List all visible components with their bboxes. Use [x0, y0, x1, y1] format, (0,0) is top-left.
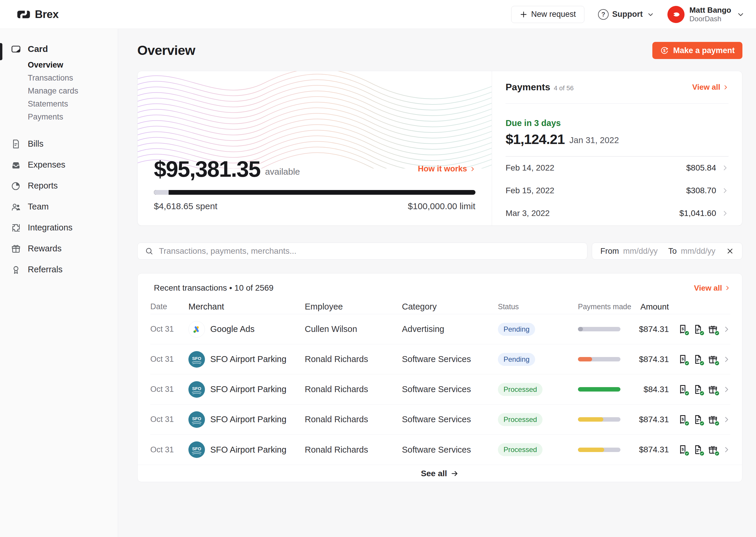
svg-text:SFO: SFO — [192, 416, 201, 421]
transactions-view-all-link[interactable]: View all — [694, 284, 730, 293]
sidebar-item-card[interactable]: Card — [0, 40, 118, 59]
payments-view-all-link[interactable]: View all — [692, 83, 729, 92]
tx-amount: $874.31 — [620, 415, 672, 424]
row-chevron-icon[interactable] — [723, 386, 730, 393]
user-menu[interactable]: Matt Bango DoorDash — [667, 6, 744, 23]
search-input[interactable] — [159, 246, 580, 256]
doordash-logo-icon — [671, 10, 681, 20]
see-all-link[interactable]: See all — [138, 465, 742, 482]
payment-row[interactable]: Feb 15, 2022 $308.70 — [506, 180, 729, 202]
tx-category: Software Services — [402, 415, 498, 424]
tx-date: Oct 31 — [150, 415, 188, 424]
table-row[interactable]: Oct 31 SFO SFO Airport Parking Ronald Ri… — [150, 434, 730, 465]
sfo-logo-icon: SFO — [188, 411, 205, 428]
table-row[interactable]: Oct 31 SFO SFO Airport Parking Ronald Ri… — [150, 344, 730, 374]
table-row[interactable]: Oct 31 SFO SFO Airport Parking Ronald Ri… — [150, 374, 730, 404]
status-badge: Processed — [498, 413, 543, 426]
payment-amount: $1,041.60 — [679, 209, 716, 218]
brex-logo[interactable]: Brex — [17, 8, 59, 21]
col-amount: Amount — [620, 302, 672, 311]
payment-amount: $308.70 — [686, 186, 716, 195]
status-badge: Pending — [498, 353, 535, 366]
row-chevron-icon[interactable] — [723, 355, 730, 363]
table-row[interactable]: Oct 31 Google Ads Cullen Wilson Adverti — [150, 314, 730, 344]
card-icon — [11, 44, 21, 54]
tx-date: Oct 31 — [150, 445, 188, 454]
to-label: To — [668, 247, 677, 256]
payment-row[interactable]: Mar 3, 2022 $1,041.60 — [506, 202, 729, 225]
sidebar-item-overview[interactable]: Overview — [0, 59, 118, 71]
tx-category: Software Services — [402, 385, 498, 394]
payment-date: Feb 14, 2022 — [506, 163, 554, 173]
tx-category: Software Services — [402, 445, 498, 455]
receipt-check-icon[interactable]: $ — [678, 414, 688, 425]
tx-date: Oct 31 — [150, 355, 188, 364]
sidebar-item-expenses[interactable]: Expenses — [0, 154, 118, 175]
tx-amount: $874.31 — [620, 325, 672, 334]
how-it-works-link[interactable]: How it works — [418, 164, 475, 174]
payments-made-bar — [578, 448, 620, 452]
rewards-check-icon[interactable] — [708, 384, 718, 395]
rewards-check-icon[interactable] — [708, 414, 718, 425]
svg-text:$: $ — [682, 356, 684, 361]
recent-transactions-card: Recent transactions • 10 of 2569 View al… — [137, 273, 742, 482]
memo-check-icon[interactable] — [692, 414, 703, 425]
sidebar-item-team[interactable]: Team — [0, 196, 118, 217]
tx-date: Oct 31 — [150, 385, 188, 394]
status-badge: Processed — [498, 383, 543, 396]
rewards-check-icon[interactable] — [708, 324, 718, 335]
table-row[interactable]: Oct 31 SFO SFO Airport Parking Ronald Ri… — [150, 404, 730, 434]
row-chevron-icon[interactable] — [723, 446, 730, 453]
active-section-indicator — [0, 43, 2, 60]
sidebar-item-payments[interactable]: Payments — [0, 110, 118, 123]
receipt-check-icon[interactable]: $ — [678, 324, 688, 335]
status-badge: Processed — [498, 443, 543, 456]
tx-merchant: Google Ads — [210, 324, 254, 334]
referrals-icon — [11, 265, 21, 275]
to-date-input[interactable]: mm/dd/yy — [681, 247, 716, 256]
sidebar-item-bills[interactable]: Bills — [0, 133, 118, 154]
make-payment-button[interactable]: $ Make a payment — [652, 42, 742, 59]
payment-row[interactable]: Feb 14, 2022 $805.84 — [506, 157, 729, 180]
memo-check-icon[interactable] — [692, 354, 703, 365]
available-amount: $95,381.35 — [154, 156, 260, 182]
memo-check-icon[interactable] — [692, 324, 703, 335]
sidebar-item-referrals[interactable]: Referrals — [0, 259, 118, 280]
rewards-check-icon[interactable] — [708, 354, 718, 365]
memo-check-icon[interactable] — [692, 384, 703, 395]
payments-made-bar — [578, 357, 620, 361]
row-chevron-icon[interactable] — [723, 416, 730, 423]
arrow-right-icon — [451, 470, 459, 478]
sidebar-item-transactions[interactable]: Transactions — [0, 71, 118, 84]
svg-text:SFO: SFO — [192, 446, 201, 451]
chevron-down-icon — [647, 11, 654, 18]
expenses-icon — [11, 160, 21, 170]
sidebar-item-reports[interactable]: Reports — [0, 175, 118, 196]
sidebar-item-statements[interactable]: Statements — [0, 97, 118, 110]
row-chevron-icon[interactable] — [723, 325, 730, 333]
new-request-button[interactable]: New request — [511, 6, 584, 23]
from-date-input[interactable]: mm/dd/yy — [623, 247, 658, 256]
receipt-check-icon[interactable]: $ — [678, 444, 688, 455]
sidebar-item-integrations[interactable]: Integrations — [0, 217, 118, 238]
sidebar-item-rewards[interactable]: Rewards — [0, 238, 118, 259]
clear-filter-button[interactable] — [726, 247, 734, 255]
status-badge: Pending — [498, 323, 535, 336]
payment-icon: $ — [660, 46, 669, 55]
transactions-table: Date Merchant Employee Category Status P… — [138, 300, 742, 465]
receipt-check-icon[interactable]: $ — [678, 384, 688, 395]
col-employee: Employee — [305, 302, 402, 311]
sidebar-item-manage-cards[interactable]: Manage cards — [0, 84, 118, 97]
memo-check-icon[interactable] — [692, 444, 703, 455]
help-icon: ? — [598, 9, 609, 20]
brex-logo-icon — [17, 10, 31, 19]
support-menu[interactable]: ? Support — [598, 9, 654, 20]
main-content: Overview $ Make a payment — [118, 29, 756, 537]
receipt-check-icon[interactable]: $ — [678, 354, 688, 365]
tx-employee: Ronald Richards — [305, 354, 402, 364]
chevron-right-icon — [722, 187, 729, 194]
rewards-check-icon[interactable] — [708, 444, 718, 455]
tx-merchant: SFO Airport Parking — [210, 385, 287, 394]
svg-text:$: $ — [682, 417, 684, 421]
reports-icon — [11, 181, 21, 191]
